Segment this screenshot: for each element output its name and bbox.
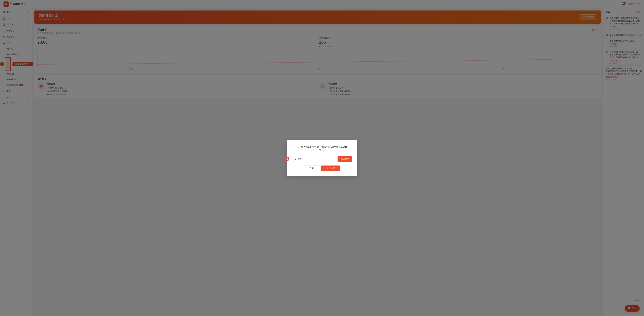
confirm-button[interactable]: 进行验证 xyxy=(321,165,340,171)
modal-actions: 取消 进行验证 xyxy=(292,165,352,171)
input-password-button[interactable]: 输入密码 xyxy=(338,156,352,162)
password-input[interactable] xyxy=(298,158,336,160)
modal-overlay: 为了保护您的帐号安全，请再次输入登录密码以进行下一步 2 🔒 输入密码 取消 进… xyxy=(0,0,644,316)
password-input-wrapper: 🔒 xyxy=(292,156,338,162)
lock-icon: 🔒 xyxy=(294,158,297,160)
step-2-badge: 2 xyxy=(285,157,290,161)
modal-description: 为了保护您的帐号安全，请再次输入登录密码以进行下一步 xyxy=(292,145,352,152)
security-modal: 为了保护您的帐号安全，请再次输入登录密码以进行下一步 2 🔒 输入密码 取消 进… xyxy=(287,140,357,176)
cancel-button[interactable]: 取消 xyxy=(304,165,319,171)
